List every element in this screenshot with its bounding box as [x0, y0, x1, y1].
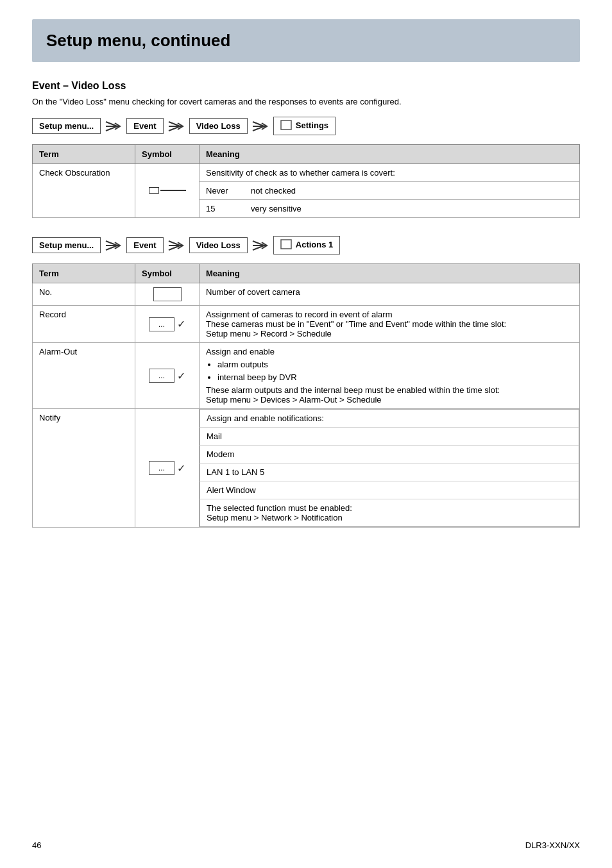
- table-row: Check Obscuration Sensitivity of check a…: [33, 164, 580, 182]
- term-no: No.: [33, 283, 135, 306]
- page-footer: 46 DLR3-XXN/XX: [32, 840, 580, 850]
- nav-event-2: Event: [126, 237, 163, 253]
- meaning-never: Never not checked: [200, 182, 580, 200]
- svg-rect-7: [281, 240, 291, 249]
- th-term-1: Term: [33, 145, 135, 164]
- th-symbol-2: Symbol: [135, 264, 200, 283]
- nav-actions-1: Actions 1: [273, 236, 341, 255]
- fifteen-label: 15: [206, 204, 251, 213]
- section-title: Event – Video Loss: [32, 80, 580, 92]
- table-actions-1: Term Symbol Meaning No. Number of covert…: [32, 263, 580, 528]
- notify-inner-table: Assign and enable notifications: Mail Mo…: [200, 409, 579, 527]
- obscure-line: [160, 190, 186, 191]
- model-number: DLR3-XXN/XX: [525, 840, 580, 850]
- term-record: Record: [33, 306, 135, 343]
- meaning-alarm-out: Assign and enable alarm outputs internal…: [200, 343, 580, 409]
- table-check-obscuration: Term Symbol Meaning Check Obscuration Se…: [32, 144, 580, 218]
- table-row: No. Number of covert camera: [33, 283, 580, 306]
- symbol-notify-btn: ... ✓: [149, 461, 185, 475]
- term-alarm-out: Alarm-Out: [33, 343, 135, 409]
- symbol-record-cell: ... ✓: [135, 306, 200, 343]
- nav-arrow-3: [251, 119, 269, 133]
- notify-row-5: Alert Window: [200, 481, 579, 499]
- alarm-bullet-2: internal beep by DVR: [217, 371, 573, 384]
- symbol-obscure: [149, 187, 186, 194]
- notify-btn-rect: ...: [149, 461, 174, 475]
- alarm-line-1: Assign and enable: [206, 347, 573, 356]
- nav-video-loss-1: Video Loss: [189, 118, 248, 134]
- notify-row-1: Assign and enable notifications:: [200, 410, 579, 428]
- term-check-obscuration: Check Obscuration: [33, 164, 135, 218]
- nav-arrow-5: [167, 238, 185, 253]
- meaning-15: 15 very sensitive: [200, 200, 580, 218]
- term-notify: Notify: [33, 409, 135, 528]
- symbol-alarm-btn: ... ✓: [149, 369, 185, 383]
- th-meaning-1: Meaning: [200, 145, 580, 164]
- notify-line-3: Modem: [200, 446, 579, 463]
- symbol-obscure-cell: [135, 164, 200, 218]
- notify-line-5: Alert Window: [200, 481, 579, 499]
- table-row: Record ... ✓ Assignment of cameras to re…: [33, 306, 580, 343]
- notify-check-icon: ✓: [177, 462, 185, 474]
- record-line-3: Setup menu > Record > Schedule: [206, 329, 573, 338]
- page-number: 46: [32, 840, 41, 850]
- symbol-no-box: [153, 287, 182, 301]
- svg-rect-3: [281, 121, 291, 129]
- nav-arrow-4: [105, 238, 123, 253]
- alarm-check-icon: ✓: [177, 370, 185, 382]
- symbol-no-cell: [135, 283, 200, 306]
- meaning-record: Assignment of cameras to record in event…: [200, 306, 580, 343]
- th-term-2: Term: [33, 264, 135, 283]
- nav-settings-1: Settings: [273, 117, 336, 135]
- nav-row-1: Setup menu... Event Video Loss: [32, 117, 580, 135]
- fifteen-value: very sensitive: [251, 204, 573, 213]
- alarm-bullet-list: alarm outputs internal beep by DVR: [206, 358, 573, 383]
- meaning-notify: Assign and enable notifications: Mail Mo…: [200, 409, 580, 528]
- th-meaning-2: Meaning: [200, 264, 580, 283]
- notify-line-1: Assign and enable notifications:: [200, 410, 579, 428]
- nav-arrow-2: [167, 119, 185, 133]
- nav-setup-menu-2: Setup menu...: [32, 237, 101, 253]
- notify-row-4: LAN 1 to LAN 5: [200, 463, 579, 481]
- nav-setup-menu-1: Setup menu...: [32, 118, 101, 134]
- notify-line-6: The selected function must be enabled:Se…: [200, 499, 579, 527]
- never-value: not checked: [251, 186, 573, 196]
- symbol-alarm-cell: ... ✓: [135, 343, 200, 409]
- nav-arrow-1: [105, 119, 123, 133]
- page-title: Setup menu, continued: [46, 31, 566, 51]
- symbol-notify-cell: ... ✓: [135, 409, 200, 528]
- record-btn-rect: ...: [149, 317, 174, 331]
- obscure-rect: [149, 187, 159, 194]
- never-label: Never: [206, 186, 251, 196]
- nav-event-1: Event: [126, 118, 163, 134]
- notify-row-6: The selected function must be enabled:Se…: [200, 499, 579, 527]
- nav-row-2: Setup menu... Event Video Loss: [32, 236, 580, 255]
- nav-arrow-6: [251, 238, 269, 253]
- never-row: Never not checked: [206, 186, 573, 196]
- notify-line-4: LAN 1 to LAN 5: [200, 463, 579, 481]
- meaning-no: Number of covert camera: [200, 283, 580, 306]
- table-row: Notify ... ✓ Assign and enable notificat…: [33, 409, 580, 528]
- record-check-icon: ✓: [177, 318, 185, 330]
- notify-row-3: Modem: [200, 446, 579, 463]
- nav-video-loss-2: Video Loss: [189, 237, 248, 253]
- record-line-1: Assignment of cameras to record in event…: [206, 310, 573, 319]
- notify-row-2: Mail: [200, 428, 579, 446]
- fifteen-row: 15 very sensitive: [206, 204, 573, 213]
- alarm-btn-rect: ...: [149, 369, 174, 383]
- notify-line-2: Mail: [200, 428, 579, 446]
- header-banner: Setup menu, continued: [32, 19, 580, 62]
- table-row: Alarm-Out ... ✓ Assign and enable alarm …: [33, 343, 580, 409]
- section-description: On the "Video Loss" menu checking for co…: [32, 97, 580, 106]
- th-symbol-1: Symbol: [135, 145, 200, 164]
- alarm-line-2: These alarm outputs and the internal bee…: [206, 385, 573, 395]
- page-wrapper: Setup menu, continued Event – Video Loss…: [0, 0, 612, 868]
- alarm-line-3: Setup menu > Devices > Alarm-Out > Sched…: [206, 395, 573, 405]
- symbol-record-btn: ... ✓: [149, 317, 185, 331]
- alarm-bullet-1: alarm outputs: [217, 358, 573, 371]
- meaning-sensitivity-label: Sensitivity of check as to whether camer…: [200, 164, 580, 182]
- record-line-2: These cameras must be in "Event" or "Tim…: [206, 319, 573, 329]
